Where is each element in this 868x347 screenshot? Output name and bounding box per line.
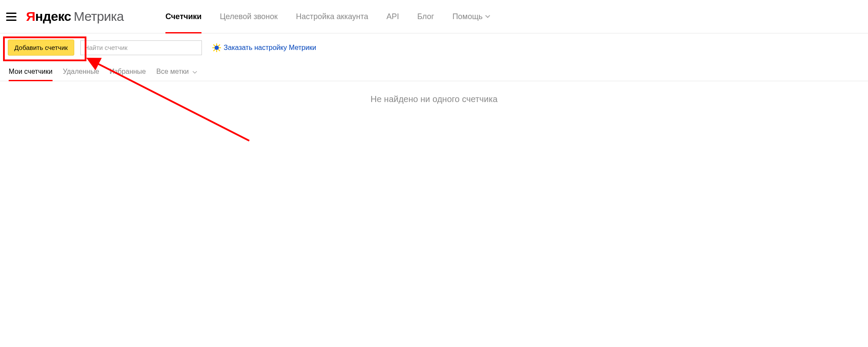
nav-target-call[interactable]: Целевой звонок	[220, 0, 277, 33]
svg-line-6	[218, 50, 220, 51]
empty-state-text: Не найдено ни одного счетчика	[0, 81, 868, 104]
nav-label: Помощь	[452, 12, 483, 21]
tab-favorites[interactable]: Избранные	[109, 68, 146, 81]
promo-link[interactable]: Заказать настройку Метрики	[212, 43, 316, 52]
counter-tabs: Мои счетчики Удаленные Избранные Все мет…	[0, 62, 868, 81]
tab-my-counters[interactable]: Мои счетчики	[9, 68, 53, 81]
add-counter-button[interactable]: Добавить счетчик	[8, 40, 74, 56]
search-input[interactable]	[80, 40, 202, 55]
logo-ya-letter: Я	[26, 9, 35, 24]
nav-blog[interactable]: Блог	[417, 0, 434, 33]
tab-label: Избранные	[109, 68, 146, 75]
sparkle-icon	[212, 43, 221, 52]
top-header: Яндекс Метрика Счетчики Целевой звонок Н…	[0, 0, 868, 33]
nav-api[interactable]: API	[386, 0, 399, 33]
svg-line-8	[218, 45, 220, 46]
nav-label: Целевой звонок	[220, 12, 277, 21]
toolbar: Добавить счетчик Заказать настройку Метр…	[0, 33, 868, 62]
nav-label: API	[386, 12, 399, 21]
tab-all-labels[interactable]: Все метки	[156, 68, 195, 81]
nav-label: Настройка аккаунта	[296, 12, 368, 21]
nav-account-settings[interactable]: Настройка аккаунта	[296, 0, 368, 33]
nav-help[interactable]: Помощь	[452, 0, 489, 33]
tab-label: Удаленные	[63, 68, 99, 75]
tab-label: Мои счетчики	[9, 68, 53, 75]
svg-line-7	[214, 50, 215, 51]
promo-link-text: Заказать настройку Метрики	[224, 44, 316, 52]
chevron-down-icon	[485, 13, 490, 18]
logo[interactable]: Яндекс Метрика	[26, 9, 124, 24]
nav-counters[interactable]: Счетчики	[165, 0, 201, 33]
top-nav: Счетчики Целевой звонок Настройка аккаун…	[165, 0, 489, 33]
tab-deleted[interactable]: Удаленные	[63, 68, 99, 81]
nav-label: Счетчики	[165, 12, 201, 21]
chevron-down-icon	[193, 69, 197, 73]
menu-icon[interactable]	[6, 10, 18, 23]
svg-line-5	[214, 45, 215, 46]
logo-yandex: ндекс	[35, 9, 71, 24]
nav-label: Блог	[417, 12, 434, 21]
logo-metrika: Метрика	[74, 9, 124, 24]
tab-label: Все метки	[156, 68, 189, 75]
